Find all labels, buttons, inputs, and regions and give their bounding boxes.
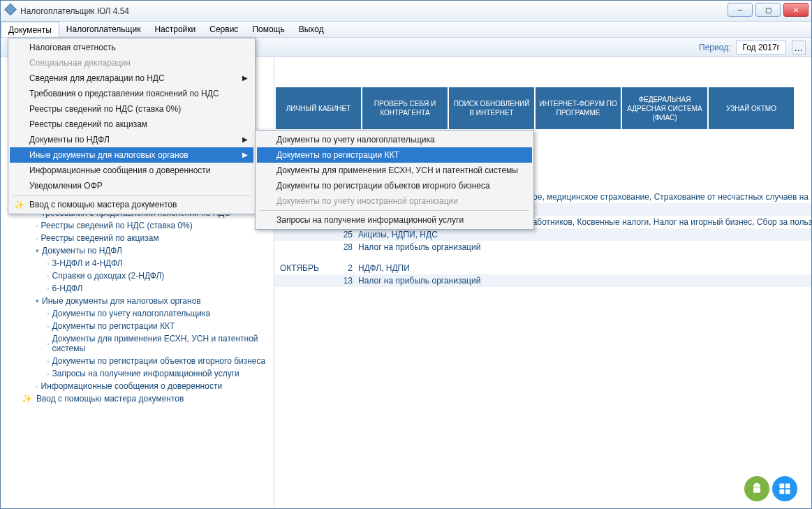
wand-icon: ✨ [22,394,32,404]
cal-day: 25 [330,230,358,239]
svg-rect-6 [780,489,785,494]
cal-desc: Налог на прибыль организаций [358,276,811,286]
tree-item[interactable]: ◦Запросы на получение информационной усл… [1,367,274,380]
tree-item[interactable]: ◦Информационные сообщения о доверенности [1,380,274,392]
submenu-item[interactable]: Документы для применения ЕСХН, УСН и пат… [257,163,532,178]
submenu-item[interactable]: Документы по учету налогоплательщика [257,132,532,147]
svg-rect-7 [785,489,790,494]
tree-item[interactable]: ✨Ввод с помощью мастера документов [1,392,274,405]
menu-item: Специальная декларация [10,55,253,71]
period-label: Период: [699,43,730,52]
cal-month [274,230,330,239]
menu-item[interactable]: Реестры сведений по НДС (ставка 0%) [10,101,253,117]
bullet-icon: ◦ [47,272,50,280]
windows-icon[interactable] [772,476,797,501]
cal-day: 28 [330,242,358,252]
menu-item[interactable]: Иные документы для налоговых органов▶ [10,147,253,163]
bullet-icon: ◦ [47,260,50,267]
window-buttons: ─ ▢ ✕ [728,3,809,17]
svg-rect-5 [785,484,790,489]
svg-rect-4 [780,484,785,489]
menu-item[interactable]: Налоговая отчетность [10,40,253,55]
link-button-5[interactable]: УЗНАЙ ОКТМО [709,87,794,129]
cal-day: 13 [330,276,358,286]
cal-desc: Налог на прибыль организаций [358,242,811,252]
submenu-arrow-icon: ▶ [242,135,248,143]
expand-icon: ▾ [36,247,39,254]
submenu-arrow-icon: ▶ [242,74,248,82]
menu-item[interactable]: Сведения для декларации по НДС▶ [10,71,253,86]
tree-item[interactable]: ▾Иные документы для налоговых органов [1,295,274,307]
tree-item[interactable]: ◦Документы по учету налогоплательщика [1,307,274,320]
menu-taxpayer[interactable]: Налогоплательщик [59,22,148,37]
menu-help[interactable]: Помощь [245,22,291,37]
period-value[interactable]: Год 2017г [736,40,786,54]
bullet-icon: ◦ [47,357,50,365]
minimize-button[interactable]: ─ [728,3,753,17]
submenu-item[interactable]: Запросы на получение информационной услу… [257,212,532,228]
tree-item[interactable]: ◦Документы для применения ЕСХН, УСН и па… [1,332,274,355]
footer-icons [744,476,797,501]
tree-item[interactable]: ◦Справки о доходах (2-НДФЛ) [1,270,274,282]
link-button-1[interactable]: ПРОВЕРЬ СЕБЯ И КОНТРАГЕНТА [362,87,448,129]
bullet-icon: ◦ [47,370,50,378]
submenu-item[interactable]: Документы по регистрации объектов игорно… [257,178,532,193]
maximize-button[interactable]: ▢ [755,3,781,17]
link-button-3[interactable]: ИНТЕРНЕТ-ФОРУМ ПО ПРОГРАММЕ [536,87,621,129]
window-title: Налогоплательщик ЮЛ 4.54 [20,6,129,16]
menu-exit[interactable]: Выход [292,22,331,37]
menu-item[interactable]: Реестры сведений по акцизам [10,117,253,132]
link-buttons-row: ЛИЧНЫЙ КАБИНЕТПРОВЕРЬ СЕБЯ И КОНТРАГЕНТА… [276,87,794,129]
submenu-item[interactable]: Документы по регистрации ККТ [257,147,532,163]
menu-documents[interactable]: Документы [1,22,59,37]
tree-item[interactable]: ◦Документы по регистрации ККТ [1,320,274,332]
menu-separator [13,195,251,196]
menu-item[interactable]: ✨Ввод с помощью мастера документов [10,197,253,212]
calendar-row[interactable]: 28Налог на прибыль организаций [274,241,811,253]
menu-settings[interactable]: Настройки [147,22,202,37]
cal-month [274,276,330,286]
other-docs-submenu: Документы по учету налогоплательщикаДоку… [255,130,534,230]
submenu-item: Документы по учету иностранной организац… [257,193,532,209]
link-button-2[interactable]: ПОИСК ОБНОВЛЕНИЙ В ИНТЕРНЕТ [449,87,534,129]
bullet-icon: ◦ [47,323,50,330]
menubar: Документы Налогоплательщик Настройки Сер… [1,22,811,38]
svg-rect-0 [5,3,17,15]
link-button-0[interactable]: ЛИЧНЫЙ КАБИНЕТ [276,87,361,129]
bullet-icon: ◦ [36,235,38,242]
menu-item[interactable]: Уведомления ОФР [10,178,253,193]
menu-item[interactable]: Требования о представлении пояснений по … [10,86,253,101]
calendar-row[interactable]: 13Налог на прибыль организаций [274,274,811,287]
tree-item[interactable]: ◦Реестры сведений по акцизам [1,232,274,244]
calendar-row[interactable]: ОКТЯБРЬ2НДФЛ, НДПИ [274,262,811,274]
android-icon[interactable] [744,476,769,501]
tree-item[interactable]: ◦3-НДФЛ и 4-НДФЛ [1,257,274,270]
bullet-icon: ◦ [36,383,38,390]
cal-day: 2 [330,263,358,273]
bullet-icon: ◦ [47,340,50,348]
tree-item[interactable]: ◦Реестры сведений по НДС (ставка 0%) [1,219,274,232]
app-icon [3,3,19,19]
close-button[interactable]: ✕ [783,3,809,17]
bullet-icon: ◦ [36,222,38,230]
cal-month [274,242,330,252]
documents-dropdown: Налоговая отчетностьСпециальная декларац… [8,38,256,214]
link-button-4[interactable]: ФЕДЕРАЛЬНАЯ АДРЕСНАЯ СИСТЕМА (ФИАС) [622,87,707,129]
tree-item[interactable]: ◦Документы по регистрации объектов игорн… [1,355,274,367]
menu-item[interactable]: Документы по НДФЛ▶ [10,132,253,147]
wand-icon: ✨ [14,200,24,209]
expand-icon: ▾ [36,297,39,304]
bullet-icon: ◦ [47,310,50,318]
tree-item[interactable]: ▾Документы по НДФЛ [1,244,274,257]
bullet-icon: ◦ [47,285,50,293]
menu-separator [260,210,529,211]
calendar-row[interactable]: 25Акцизы, НДПИ, НДС [274,228,811,241]
menu-service[interactable]: Сервис [202,22,245,37]
period-picker-button[interactable]: … [792,40,806,54]
period-selector: Период: Год 2017г … [699,40,806,54]
app-window: Налогоплательщик ЮЛ 4.54 ─ ▢ ✕ Документы… [0,0,812,509]
cal-month: ОКТЯБРЬ [274,263,330,273]
menu-item[interactable]: Информационные сообщения о доверенности [10,163,253,178]
tree-item[interactable]: ◦6-НДФЛ [1,282,274,295]
cal-desc: НДФЛ, НДПИ [358,263,811,273]
